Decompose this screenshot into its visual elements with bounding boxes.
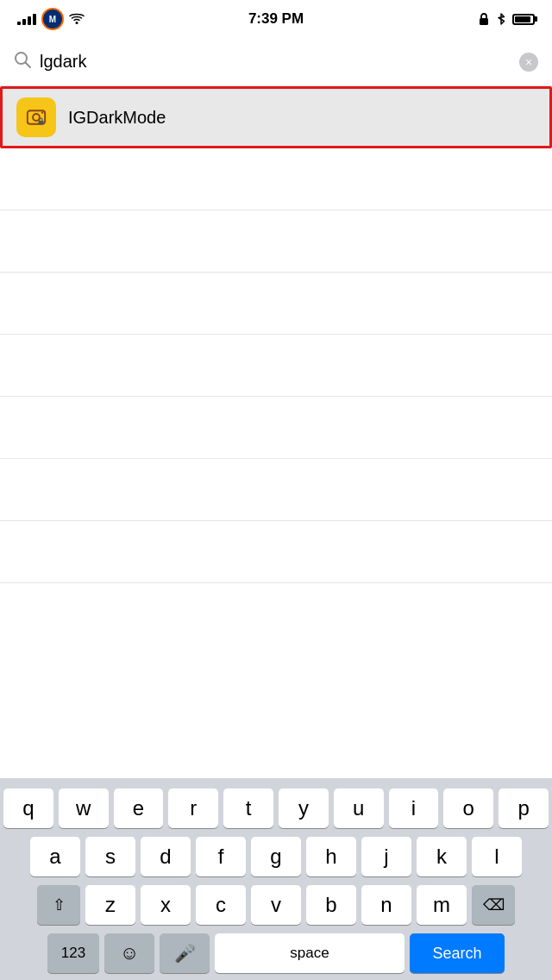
status-time: 7:39 PM	[248, 10, 304, 28]
key-y[interactable]: y	[279, 788, 329, 828]
key-o[interactable]: o	[443, 788, 493, 828]
numbers-key[interactable]: 123	[47, 933, 99, 973]
signal-bar-4	[33, 14, 36, 25]
result-item-4	[0, 273, 552, 335]
result-item-5	[0, 335, 552, 397]
key-c[interactable]: c	[196, 885, 246, 925]
keyboard-row-2: a s d f g h j k l	[0, 837, 552, 876]
key-z[interactable]: z	[85, 885, 135, 925]
keyboard-bottom-row: 123 ☺ 🎤 space Search	[0, 933, 552, 980]
svg-rect-1	[480, 18, 488, 25]
key-l[interactable]: l	[472, 837, 522, 876]
status-bar: M 7:39 PM	[0, 0, 552, 38]
clear-button[interactable]: ×	[519, 53, 538, 72]
key-g[interactable]: g	[251, 837, 301, 876]
battery-fill	[515, 16, 530, 22]
status-left: M	[17, 8, 85, 30]
results-list: IGDarkMode	[0, 86, 552, 583]
key-h[interactable]: h	[306, 837, 356, 876]
shift-key[interactable]: ⇧	[37, 885, 80, 925]
search-bar[interactable]: ×	[0, 38, 552, 86]
app-icon-igdarkmode	[16, 97, 56, 137]
result-item-8	[0, 521, 552, 583]
key-b[interactable]: b	[306, 885, 356, 925]
key-s[interactable]: s	[85, 837, 135, 876]
signal-bar-3	[28, 16, 31, 25]
clear-icon: ×	[525, 55, 532, 69]
search-icon	[14, 51, 31, 72]
key-m[interactable]: m	[417, 885, 467, 925]
signal-bar-1	[17, 22, 21, 25]
space-key[interactable]: space	[215, 933, 405, 973]
result-item-2	[0, 148, 552, 210]
key-p[interactable]: p	[499, 788, 549, 828]
search-input[interactable]	[40, 52, 511, 72]
key-d[interactable]: d	[141, 837, 191, 876]
key-q[interactable]: q	[3, 788, 53, 828]
key-f[interactable]: f	[196, 837, 246, 876]
result-item-3	[0, 210, 552, 273]
svg-point-7	[41, 111, 43, 113]
keyboard-row-3: ⇧ z x c v b n m ⌫	[0, 885, 552, 925]
result-item-1[interactable]: IGDarkMode	[0, 86, 552, 148]
carrier-icon: M	[41, 8, 64, 30]
svg-rect-4	[21, 102, 52, 133]
emoji-key[interactable]: ☺	[104, 933, 154, 973]
svg-rect-8	[38, 121, 43, 125]
key-a[interactable]: a	[30, 837, 80, 876]
keyboard-row-1: q w e r t y u i o p	[0, 788, 552, 828]
key-j[interactable]: j	[361, 837, 411, 876]
battery-icon	[512, 14, 535, 25]
key-u[interactable]: u	[334, 788, 384, 828]
key-v[interactable]: v	[251, 885, 301, 925]
bluetooth-icon	[497, 12, 505, 26]
status-right	[478, 12, 535, 26]
key-n[interactable]: n	[361, 885, 411, 925]
wifi-icon	[69, 13, 85, 25]
key-i[interactable]: i	[389, 788, 439, 828]
lock-icon	[478, 12, 490, 26]
key-r[interactable]: r	[168, 788, 218, 828]
key-t[interactable]: t	[223, 788, 273, 828]
mic-key[interactable]: 🎤	[160, 933, 210, 973]
result-item-7	[0, 459, 552, 521]
signal-bar-2	[22, 19, 26, 25]
key-e[interactable]: e	[114, 788, 164, 828]
delete-key[interactable]: ⌫	[472, 885, 515, 925]
signal-bars	[17, 13, 36, 25]
key-x[interactable]: x	[141, 885, 191, 925]
key-k[interactable]: k	[417, 837, 467, 876]
key-w[interactable]: w	[59, 788, 109, 828]
result-item-6	[0, 397, 552, 459]
keyboard: q w e r t y u i o p a s d f g h j k l ⇧ …	[0, 778, 552, 980]
svg-point-0	[76, 22, 78, 24]
result-name-1: IGDarkMode	[68, 108, 166, 128]
search-key[interactable]: Search	[410, 933, 505, 973]
svg-line-3	[26, 63, 31, 68]
